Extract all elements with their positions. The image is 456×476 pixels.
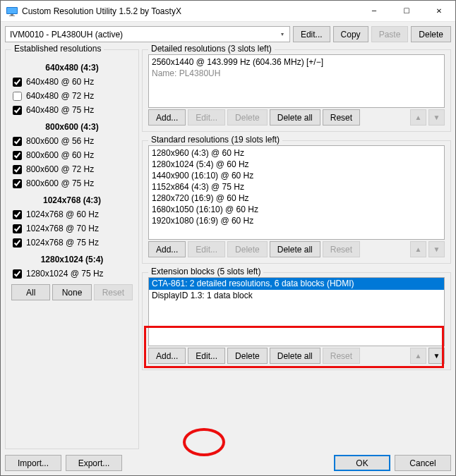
standard-line[interactable]: 1280x720 (16:9) @ 60 Hz: [152, 193, 441, 204]
resolution-label: 1280x1024 @ 75 Hz: [26, 269, 104, 279]
extension-down-button[interactable]: ▼: [428, 348, 445, 364]
detailed-add-button[interactable]: Add...: [148, 109, 186, 126]
detailed-line-name[interactable]: Name: PL4380UH: [152, 68, 441, 79]
resolution-label: 640x480 @ 75 Hz: [26, 105, 94, 115]
extension-delete-button[interactable]: Delete: [227, 348, 268, 364]
resolution-checkbox[interactable]: [13, 269, 22, 279]
resolution-label: 640x480 @ 60 Hz: [26, 77, 94, 87]
display-select-value: IVM0010 - PL4380UH (active): [10, 30, 123, 39]
standard-line[interactable]: 1680x1050 (16:10) @ 60 Hz: [152, 204, 441, 215]
minimize-button[interactable]: ─: [358, 1, 390, 21]
extension-row[interactable]: DisplayID 1.3: 1 data block: [149, 290, 444, 302]
detailed-up-button[interactable]: ▲: [410, 109, 426, 126]
detailed-group: Detailed resolutions (3 slots left) 2560…: [142, 49, 451, 132]
resolution-checkbox[interactable]: [13, 179, 22, 188]
resolution-checkbox[interactable]: [13, 106, 22, 115]
left-column: Established resolutions 640x480 (4:3)640…: [5, 45, 139, 449]
standard-line[interactable]: 1280x960 (4:3) @ 60 Hz: [152, 147, 441, 159]
standard-deleteall-button[interactable]: Delete all: [270, 241, 320, 257]
resolution-label: 1024x768 @ 70 Hz: [26, 224, 99, 233]
extension-edit-button[interactable]: Edit...: [188, 348, 225, 364]
standard-down-button[interactable]: ▼: [428, 241, 445, 257]
window-title: Custom Resolution Utility 1.5.2 by Toast…: [22, 6, 358, 16]
detailed-line[interactable]: 2560x1440 @ 143.999 Hz (604.36 MHz) [+/−…: [152, 56, 441, 68]
established-list: 640x480 (4:3)640x480 @ 60 Hz640x480 @ 72…: [11, 54, 133, 279]
detailed-down-button[interactable]: ▼: [428, 109, 445, 126]
client-area: IVM0010 - PL4380UH (active) ▾ Edit... Co…: [1, 22, 455, 475]
standard-delete-button[interactable]: Delete: [227, 241, 268, 257]
resolution-checkbox-row[interactable]: 1024x768 @ 70 Hz: [13, 224, 133, 233]
standard-edit-button[interactable]: Edit...: [188, 241, 225, 257]
standard-line[interactable]: 1152x864 (4:3) @ 75 Hz: [152, 181, 441, 193]
standard-reset-button[interactable]: Reset: [323, 241, 360, 257]
close-button[interactable]: ✕: [423, 1, 455, 21]
standard-line[interactable]: 1440x900 (16:10) @ 60 Hz: [152, 170, 441, 181]
detailed-edit-button[interactable]: Edit...: [188, 109, 225, 126]
resolution-checkbox-row[interactable]: 800x600 @ 56 Hz: [13, 136, 133, 146]
standard-line[interactable]: 1280x1024 (5:4) @ 60 Hz: [152, 159, 441, 170]
resolution-group-header: 800x600 (4:3): [11, 122, 133, 132]
paste-button[interactable]: Paste: [371, 26, 409, 42]
resolution-label: 800x600 @ 72 Hz: [26, 164, 94, 174]
resolution-checkbox-row[interactable]: 1280x1024 @ 75 Hz: [13, 269, 133, 279]
resolution-checkbox[interactable]: [13, 224, 22, 233]
resolution-checkbox[interactable]: [13, 78, 22, 87]
standard-up-button[interactable]: ▲: [410, 241, 426, 257]
extension-add-button[interactable]: Add...: [148, 348, 186, 364]
import-button[interactable]: Import...: [5, 455, 61, 471]
detailed-listbox[interactable]: 2560x1440 @ 143.999 Hz (604.36 MHz) [+/−…: [148, 54, 445, 108]
resolution-label: 800x600 @ 75 Hz: [26, 178, 94, 188]
resolution-checkbox-row[interactable]: 800x600 @ 75 Hz: [13, 178, 133, 188]
detailed-deleteall-button[interactable]: Delete all: [270, 109, 320, 126]
resolution-checkbox-row[interactable]: 640x480 @ 75 Hz: [13, 105, 133, 115]
resolution-label: 1024x768 @ 60 Hz: [26, 209, 99, 219]
edit-display-button[interactable]: Edit...: [293, 26, 330, 42]
copy-button[interactable]: Copy: [333, 26, 368, 42]
detailed-delete-button[interactable]: Delete: [227, 109, 268, 126]
established-reset-button[interactable]: Reset: [94, 284, 133, 300]
export-button[interactable]: Export...: [66, 455, 122, 471]
standard-line[interactable]: 1920x1080 (16:9) @ 60 Hz: [152, 215, 441, 226]
resolution-checkbox[interactable]: [13, 210, 22, 219]
resolution-label: 640x480 @ 72 Hz: [26, 91, 94, 101]
resolution-group-header: 640x480 (4:3): [11, 63, 133, 73]
resolution-checkbox[interactable]: [13, 92, 22, 101]
svg-rect-1: [7, 8, 17, 13]
ok-button[interactable]: OK: [334, 455, 390, 471]
resolution-checkbox-row[interactable]: 800x600 @ 72 Hz: [13, 164, 133, 174]
delete-display-button[interactable]: Delete: [411, 26, 451, 42]
resolution-checkbox-row[interactable]: 1024x768 @ 60 Hz: [13, 209, 133, 219]
standard-listbox[interactable]: 1280x960 (4:3) @ 60 Hz1280x1024 (5:4) @ …: [148, 145, 445, 240]
extension-listbox[interactable]: CTA-861: 2 detailed resolutions, 6 data …: [148, 277, 445, 346]
detailed-reset-button[interactable]: Reset: [323, 109, 360, 126]
resolution-checkbox-row[interactable]: 1024x768 @ 75 Hz: [13, 238, 133, 248]
resolution-checkbox-row[interactable]: 800x600 @ 60 Hz: [13, 150, 133, 160]
established-group: Established resolutions 640x480 (4:3)640…: [5, 49, 139, 449]
all-button[interactable]: All: [11, 284, 50, 300]
window: Custom Resolution Utility 1.5.2 by Toast…: [0, 0, 456, 476]
extension-deleteall-button[interactable]: Delete all: [270, 348, 320, 364]
chevron-down-icon: ▾: [278, 31, 287, 37]
standard-group: Standard resolutions (19 slots left) 128…: [142, 140, 451, 264]
extension-up-button[interactable]: ▲: [410, 348, 426, 364]
extension-row[interactable]: CTA-861: 2 detailed resolutions, 6 data …: [149, 278, 444, 290]
resolution-checkbox[interactable]: [13, 151, 22, 160]
maximize-button[interactable]: ☐: [390, 1, 423, 21]
established-legend: Established resolutions: [11, 44, 104, 54]
resolution-checkbox-row[interactable]: 640x480 @ 72 Hz: [13, 91, 133, 101]
resolution-label: 1024x768 @ 75 Hz: [26, 238, 99, 248]
extension-reset-button[interactable]: Reset: [323, 348, 360, 364]
resolution-checkbox[interactable]: [13, 165, 22, 174]
resolution-checkbox-row[interactable]: 640x480 @ 60 Hz: [13, 77, 133, 87]
resolution-checkbox[interactable]: [13, 137, 22, 146]
top-toolbar: IVM0010 - PL4380UH (active) ▾ Edit... Co…: [5, 26, 451, 42]
resolution-label: 800x600 @ 60 Hz: [26, 150, 94, 160]
cancel-button[interactable]: Cancel: [395, 455, 451, 471]
standard-add-button[interactable]: Add...: [148, 241, 186, 257]
display-select[interactable]: IVM0010 - PL4380UH (active) ▾: [5, 26, 290, 42]
resolution-checkbox[interactable]: [13, 238, 22, 248]
none-button[interactable]: None: [52, 284, 91, 300]
footer-bar: Import... Export... OK Cancel: [5, 449, 451, 471]
right-column: Detailed resolutions (3 slots left) 2560…: [142, 45, 451, 449]
resolution-label: 800x600 @ 56 Hz: [26, 136, 94, 146]
